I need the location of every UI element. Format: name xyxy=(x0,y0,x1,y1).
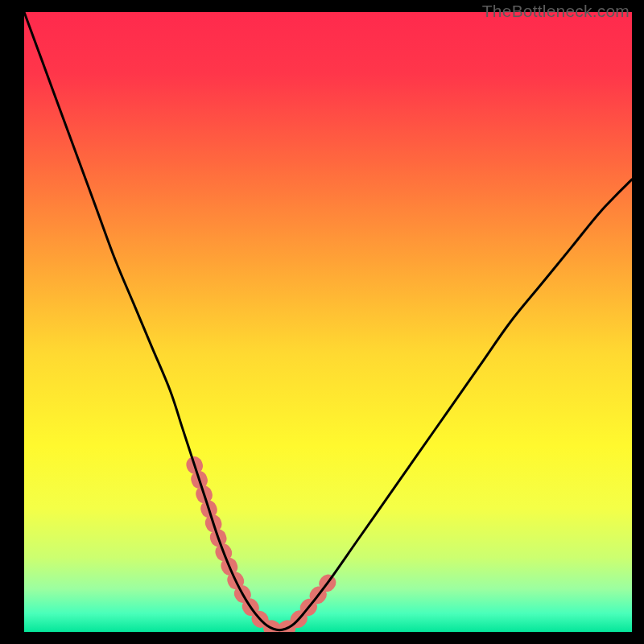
chart-frame: TheBottleneck.com xyxy=(0,0,644,644)
bottleneck-curve xyxy=(24,12,632,632)
watermark-text: TheBottleneck.com xyxy=(482,2,630,21)
plot-area xyxy=(24,12,632,632)
